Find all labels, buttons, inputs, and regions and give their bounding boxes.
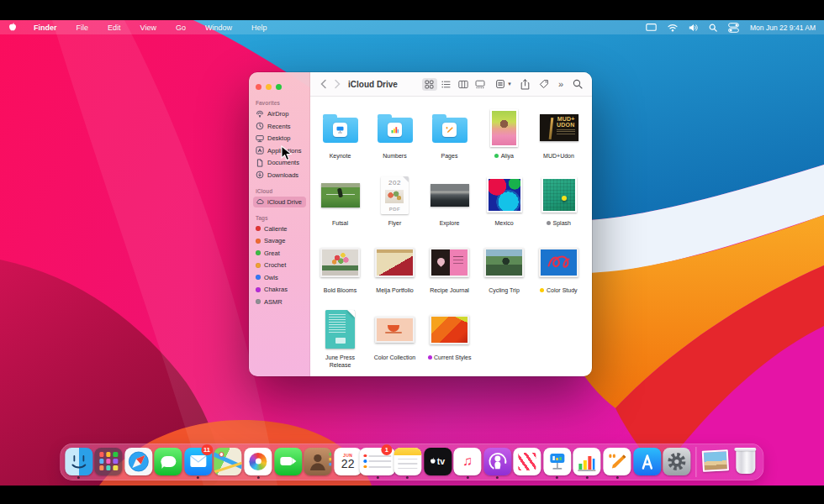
display-icon[interactable] <box>646 23 657 32</box>
forward-button[interactable] <box>332 78 342 90</box>
toolbar-search-button[interactable] <box>573 79 583 89</box>
dock-facetime[interactable] <box>273 444 302 480</box>
wifi-icon[interactable] <box>668 24 678 32</box>
sidebar-item-desktop[interactable]: Desktop <box>253 133 306 144</box>
dock-trash[interactable] <box>731 444 759 480</box>
sidebar-item-icloud-drive[interactable]: iCloud Drive <box>253 197 306 207</box>
list-view-button[interactable] <box>439 78 454 91</box>
column-view-button[interactable] <box>456 78 471 91</box>
sidebar-tag-savage[interactable]: Savage <box>253 235 306 246</box>
menu-window[interactable]: Window <box>205 24 232 32</box>
file-june-press-release[interactable]: June Press Release <box>314 307 367 375</box>
more-toolbar-items-button[interactable]: » <box>558 80 563 89</box>
icon-view-button[interactable] <box>422 78 437 91</box>
file-name: Keynote <box>330 152 351 160</box>
sidebar-item-applications[interactable]: Applications <box>253 145 306 156</box>
file-numbers-folder[interactable]: Numbers <box>368 106 422 173</box>
search-icon[interactable] <box>709 24 717 32</box>
file-splash[interactable]: Splash <box>532 173 586 240</box>
file-meija-portfolio[interactable]: Meija Portfolio <box>368 240 422 307</box>
dock-app-store[interactable] <box>632 444 661 480</box>
dock-pages[interactable] <box>603 444 631 480</box>
clock-icon <box>256 122 264 130</box>
dock-messages[interactable] <box>154 444 182 480</box>
file-mexico[interactable]: Mexico <box>478 173 531 240</box>
file-cycling-trip[interactable]: Cycling Trip <box>478 240 531 307</box>
file-pages-folder[interactable]: Pages <box>423 106 477 173</box>
dock-calendar[interactable]: JUN 22 <box>334 444 362 480</box>
menu-finder[interactable]: Finder <box>34 24 57 32</box>
dock-mail[interactable]: 11 <box>184 444 213 480</box>
dock-contacts[interactable] <box>304 444 332 480</box>
dock-system-preferences[interactable] <box>663 444 691 480</box>
close-button[interactable] <box>256 84 261 90</box>
purple-tag-dot <box>428 355 432 360</box>
dock-news[interactable] <box>513 444 541 480</box>
back-button[interactable] <box>318 78 328 90</box>
tag-button[interactable] <box>539 79 549 89</box>
file-current-styles[interactable]: Current Styles <box>423 307 477 375</box>
sidebar-item-documents[interactable]: Documents <box>253 157 306 168</box>
dock-notes[interactable] <box>394 444 422 480</box>
window-controls <box>256 84 306 90</box>
group-button[interactable] <box>495 79 505 89</box>
menu-file[interactable]: File <box>77 24 89 32</box>
apple-menu-icon[interactable] <box>8 23 17 32</box>
sidebar-tag-owls[interactable]: Owls <box>253 272 306 283</box>
file-futsal[interactable]: Futsal <box>314 173 367 240</box>
document-thumbnail <box>430 248 469 277</box>
file-flyer[interactable]: 202 PDF Flyer <box>368 173 422 240</box>
tag-dot-red <box>256 226 261 231</box>
podcasts-icon <box>483 448 511 475</box>
photos-icon <box>244 448 272 475</box>
file-bold-blooms[interactable]: Bold Blooms <box>314 240 367 307</box>
sidebar-tag-crochet[interactable]: Crochet <box>253 260 306 270</box>
dock-launchpad[interactable] <box>94 444 123 480</box>
file-color-collection[interactable]: Color Collection <box>368 307 422 375</box>
dock-finder[interactable] <box>64 444 92 480</box>
menu-view[interactable]: View <box>140 24 156 32</box>
zoom-button[interactable] <box>276 84 282 90</box>
dock-music[interactable]: ♫ <box>453 444 482 480</box>
sidebar-item-airdrop[interactable]: AirDrop <box>253 108 306 119</box>
file-recipe-journal[interactable]: Recipe Journal <box>423 240 477 307</box>
dock-numbers[interactable] <box>573 444 601 480</box>
status-icons: Mon Jun 22 9:41 AM <box>646 23 816 33</box>
sidebar-tag-chakras[interactable]: Chakras <box>253 284 306 295</box>
contacts-icon <box>304 448 332 475</box>
sidebar-tag-great[interactable]: Great <box>253 248 306 259</box>
dock-podcasts[interactable] <box>483 444 511 480</box>
file-name: Current Styles <box>428 354 472 361</box>
menu-edit[interactable]: Edit <box>108 24 121 32</box>
sidebar-item-downloads[interactable]: Downloads <box>253 170 306 181</box>
share-button[interactable] <box>520 79 530 90</box>
control-center-icon[interactable] <box>728 23 739 33</box>
sidebar-tag-caliente[interactable]: Caliente <box>253 223 306 234</box>
file-mud-udon[interactable]: MUD+UDON MUD+Udon <box>532 106 586 173</box>
keynote-glyph-icon <box>333 123 347 137</box>
dock-downloads-stack[interactable] <box>701 444 730 480</box>
file-color-study[interactable]: Color Study <box>532 240 586 307</box>
file-explore[interactable]: Explore <box>423 173 477 240</box>
file-keynote-folder[interactable]: Keynote <box>314 106 367 173</box>
sidebar-item-recents[interactable]: Recents <box>253 121 306 132</box>
minimize-button[interactable] <box>266 84 272 90</box>
dock-tv[interactable]: tv <box>423 444 452 480</box>
dock-photos[interactable] <box>244 444 272 480</box>
menu-go[interactable]: Go <box>176 24 186 32</box>
mouse-cursor <box>281 145 292 161</box>
menu-help[interactable]: Help <box>251 24 267 32</box>
menu-bar: Finder File Edit View Go Window Help Mon… <box>0 20 824 34</box>
file-name: June Press Release <box>314 354 367 369</box>
gallery-view-button[interactable] <box>473 78 488 91</box>
trash-icon <box>736 449 755 474</box>
dock-keynote[interactable] <box>543 444 572 480</box>
facetime-icon <box>274 448 302 475</box>
dock-safari[interactable] <box>124 444 153 480</box>
volume-icon[interactable] <box>689 24 698 32</box>
menu-clock[interactable]: Mon Jun 22 9:41 AM <box>750 24 816 32</box>
file-aliya[interactable]: Aliya <box>478 106 531 173</box>
dock-maps[interactable] <box>214 444 242 480</box>
dock-reminders[interactable]: 1 <box>363 444 392 480</box>
sidebar-tag-asmr[interactable]: ASMR <box>253 297 306 307</box>
